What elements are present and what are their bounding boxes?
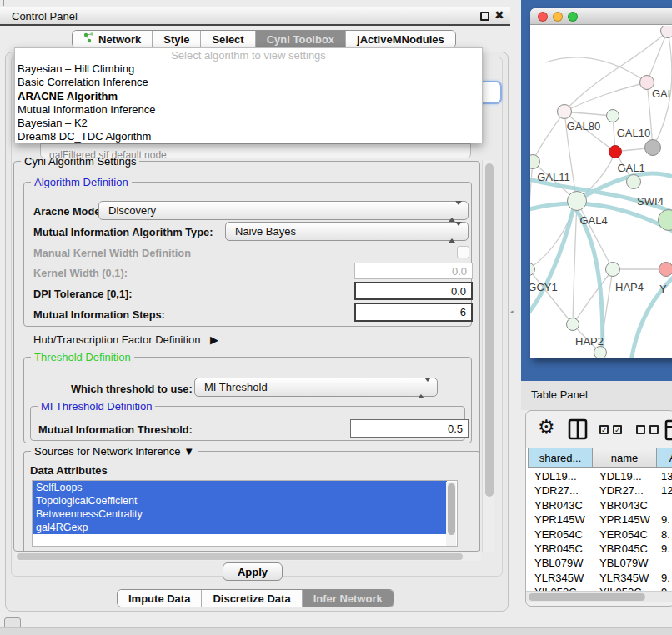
mac-close-icon[interactable] xyxy=(538,12,548,22)
tab-select[interactable]: Select xyxy=(200,31,254,48)
table-row[interactable]: YBR043CYBR043C xyxy=(528,498,672,512)
network-window[interactable]: GAL80 GAL10 GAL1 GAL11 SWI4 GAL4 GCY1 HA… xyxy=(530,8,672,358)
network-canvas[interactable]: GAL80 GAL10 GAL1 GAL11 SWI4 GAL4 GCY1 HA… xyxy=(530,26,672,358)
mi-algorithm-type-value: Naive Bayes xyxy=(235,225,296,238)
tab-cyni-toolbox[interactable]: Cyni Toolbox xyxy=(255,31,345,48)
menu-item-mutual-information[interactable]: Mutual Information Inference xyxy=(15,103,482,117)
tab-impute-data[interactable]: Impute Data xyxy=(118,590,201,607)
settings-vertical-scrollbar[interactable] xyxy=(482,160,494,552)
list-item-selfloops[interactable]: SelfLoops xyxy=(33,481,447,494)
tab-infer-network[interactable]: Infer Network xyxy=(302,590,394,607)
table-row[interactable]: YPR145WYPR145W9. xyxy=(528,512,672,527)
node-label-gal11: GAL11 xyxy=(537,171,570,183)
which-threshold-combobox[interactable]: MI Threshold xyxy=(194,378,438,397)
list-item-topologicalcoefficient[interactable]: TopologicalCoefficient xyxy=(33,494,447,508)
cell: YBR045C xyxy=(534,542,593,556)
data-attributes-list: SelfLoops TopologicalCoefficient Between… xyxy=(32,480,458,547)
network-window-titlebar[interactable] xyxy=(530,8,672,25)
tab-jactivemnodules[interactable]: jActiveMNodules xyxy=(345,31,455,48)
apply-button[interactable]: Apply xyxy=(223,562,283,581)
node-partial-top-right[interactable] xyxy=(660,26,672,38)
list-item-gal4rgexp[interactable]: gal4RGexp xyxy=(33,521,447,534)
node-label-gcy1: GCY1 xyxy=(530,281,558,293)
float-window-icon[interactable] xyxy=(480,12,489,21)
unchecked-checkbox-icon-2[interactable] xyxy=(649,425,659,434)
tab-discretize-data[interactable]: Discretize Data xyxy=(201,590,301,607)
cell: YLR345W xyxy=(599,571,656,585)
table-row[interactable]: YDR27...YDR27...12 xyxy=(528,483,672,498)
mac-minimize-icon[interactable] xyxy=(553,12,563,22)
checked-checkbox-icon-2[interactable]: ✓ xyxy=(613,425,622,434)
dpi-tolerance-field[interactable]: 0.0 xyxy=(354,282,473,300)
aracne-mode-combobox[interactable]: Discovery xyxy=(98,201,469,220)
column-header-shared-name[interactable]: shared... xyxy=(528,448,593,468)
tab-style[interactable]: Style xyxy=(152,31,200,48)
cell: 13 xyxy=(661,469,672,483)
settings-horizontal-scrollbar[interactable] xyxy=(14,552,481,561)
columns-icon[interactable] xyxy=(568,418,588,443)
sources-group-title[interactable]: Sources for Network Inference ▼ xyxy=(31,445,198,458)
table-row[interactable]: YER054CYER054C8. xyxy=(528,528,672,542)
cell: 9. xyxy=(661,571,672,585)
menu-item-aracne[interactable]: ARACNE Algorithm xyxy=(15,90,482,103)
aracne-mode-label: Aracne Mode: xyxy=(33,205,104,218)
manual-kernel-width-checkbox[interactable] xyxy=(457,246,469,258)
table-icon-partial[interactable] xyxy=(664,419,672,444)
hub-definition-toggle[interactable]: Hub/Transcription Factor Definition ▶ xyxy=(33,333,218,346)
column-header-name[interactable]: name xyxy=(592,448,657,468)
menu-item-dream8[interactable]: Dream8 DC_TDC Algorithm xyxy=(15,130,482,143)
table-row[interactable]: YBR045CYBR045C9. xyxy=(528,542,672,556)
hub-definition-label: Hub/Transcription Factor Definition xyxy=(33,333,200,346)
node-gray[interactable] xyxy=(644,139,661,156)
data-attributes-label: Data Attributes xyxy=(30,464,108,477)
node-bottom-partial[interactable] xyxy=(594,346,607,358)
mi-threshold-definition-title: MI Threshold Definition xyxy=(38,400,155,412)
node-label-gal4: GAL4 xyxy=(579,214,607,227)
list-item-betweennesscentrality[interactable]: BetweennessCentrality xyxy=(33,508,447,521)
cell: YDL19... xyxy=(599,469,656,483)
tab-cyni-toolbox-label: Cyni Toolbox xyxy=(267,33,334,46)
menu-item-bayesian-k2[interactable]: Bayesian – K2 xyxy=(15,117,482,130)
mi-steps-field[interactable]: 6 xyxy=(354,302,473,322)
tab-discretize-data-label: Discretize Data xyxy=(213,592,290,605)
menu-item-bayesian-hill-climbing[interactable]: Bayesian – Hill Climbing xyxy=(15,62,482,76)
mi-algorithm-type-combobox[interactable]: Naive Bayes xyxy=(225,222,469,241)
network-graph-icon xyxy=(83,32,94,46)
checked-checkbox-icon[interactable]: ✓ xyxy=(599,425,609,434)
sources-title-text: Sources for Network Inference xyxy=(34,445,181,458)
tab-network[interactable]: Network xyxy=(73,31,152,48)
table-row[interactable]: YIL052CYIL052C9 xyxy=(528,585,672,591)
mi-steps-label: Mutual Information Steps: xyxy=(33,308,165,321)
unchecked-checkbox-icon[interactable] xyxy=(636,425,645,434)
cell: YER054C xyxy=(534,528,593,542)
node-gal10[interactable] xyxy=(606,109,619,122)
node-gal80[interactable] xyxy=(557,104,572,119)
table-row[interactable]: YBL079WYBL079W xyxy=(528,556,672,570)
dropdown-placeholder: Select algorithm to view settings xyxy=(15,48,482,62)
control-panel-titlebar: Control Panel ✖ xyxy=(0,7,510,26)
gear-icon[interactable]: ⚙ xyxy=(538,416,555,438)
menu-item-basic-correlation[interactable]: Basic Correlation Inference xyxy=(15,76,482,89)
table-horizontal-scrollbar[interactable] xyxy=(526,591,672,602)
panel-divider-handle[interactable]: ◂ xyxy=(510,308,514,314)
node-red-highlight[interactable] xyxy=(609,145,622,158)
table-row[interactable]: YLR345WYLR345W9. xyxy=(528,571,672,585)
node-label-hap2: HAP2 xyxy=(575,335,604,348)
node-hap2[interactable] xyxy=(566,318,579,331)
node-gal4[interactable] xyxy=(567,191,587,211)
mac-zoom-icon[interactable] xyxy=(568,12,578,22)
attributes-list-scrollbar[interactable] xyxy=(446,482,456,547)
node-hap4[interactable] xyxy=(605,262,620,277)
kernel-width-field[interactable]: 0.0 xyxy=(354,262,473,279)
node-salmon-right[interactable] xyxy=(659,262,672,277)
table-row[interactable]: YDL19...YDL19...13 xyxy=(528,469,672,483)
column-header-partial[interactable]: A xyxy=(656,448,672,468)
network-selector-fragment[interactable]: galFiltered.sif default node xyxy=(40,143,471,158)
cell: YBR043C xyxy=(599,498,656,512)
close-icon[interactable]: ✖ xyxy=(494,8,504,22)
node-gal1[interactable] xyxy=(626,174,641,189)
mi-threshold-field[interactable]: 0.5 xyxy=(350,419,469,438)
screen: Control Panel ✖ Network Style Select Cyn… xyxy=(0,0,672,635)
table-panel-window: ⚙ ✓ ✓ shared... name A xyxy=(525,410,672,607)
cell: YBR043C xyxy=(534,498,593,512)
